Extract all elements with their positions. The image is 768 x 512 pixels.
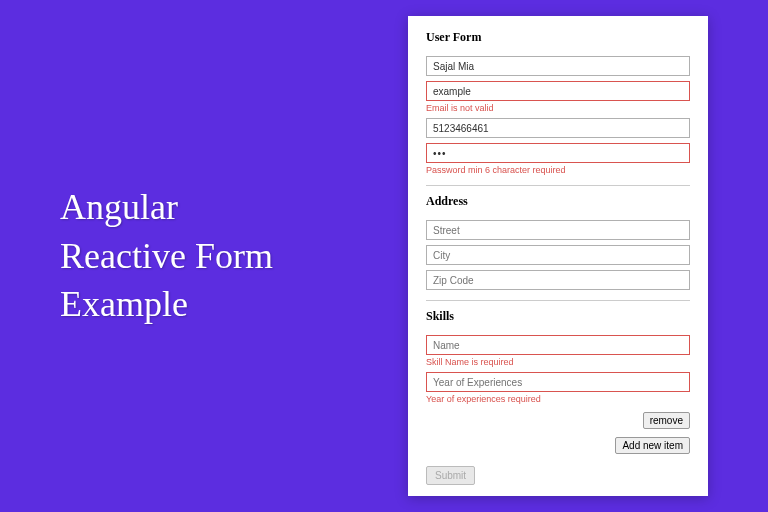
- add-item-button[interactable]: Add new item: [615, 437, 690, 454]
- zip-field[interactable]: [426, 270, 690, 290]
- email-error: Email is not valid: [426, 103, 690, 113]
- skills-title: Skills: [426, 309, 690, 324]
- skill-years-error: Year of experiences required: [426, 394, 690, 404]
- divider: [426, 185, 690, 186]
- form-panel: User Form Email is not valid Password mi…: [408, 16, 708, 496]
- page-headline: AngularReactive FormExample: [60, 183, 408, 329]
- city-field[interactable]: [426, 245, 690, 265]
- street-field[interactable]: [426, 220, 690, 240]
- skill-name-field[interactable]: [426, 335, 690, 355]
- skill-years-field[interactable]: [426, 372, 690, 392]
- email-field[interactable]: [426, 81, 690, 101]
- user-form-title: User Form: [426, 30, 690, 45]
- password-error: Password min 6 character required: [426, 165, 690, 175]
- password-field[interactable]: [426, 143, 690, 163]
- divider: [426, 300, 690, 301]
- phone-field[interactable]: [426, 118, 690, 138]
- skill-name-error: Skill Name is required: [426, 357, 690, 367]
- remove-button[interactable]: remove: [643, 412, 690, 429]
- submit-button[interactable]: Submit: [426, 466, 475, 485]
- address-title: Address: [426, 194, 690, 209]
- name-field[interactable]: [426, 56, 690, 76]
